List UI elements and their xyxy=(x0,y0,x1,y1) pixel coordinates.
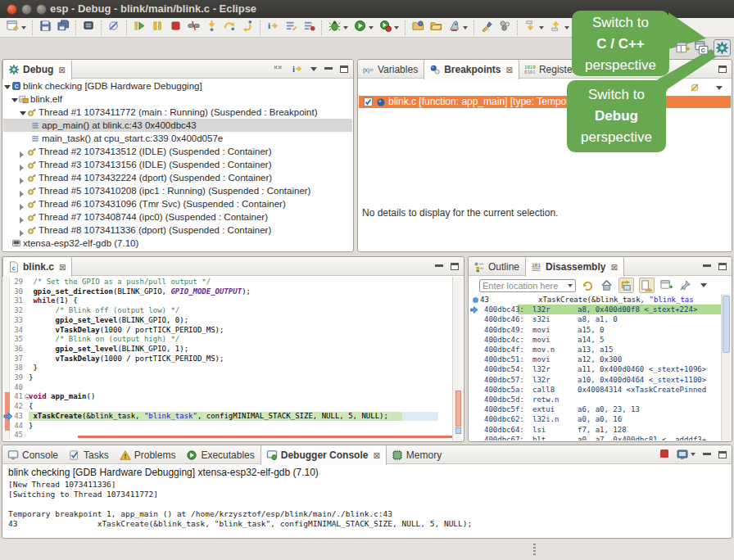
resume-button[interactable] xyxy=(133,20,147,36)
step-return-button[interactable] xyxy=(241,20,255,36)
external-tools-button[interactable] xyxy=(447,20,469,36)
tab-breakpoints[interactable]: Breakpoints⊠ xyxy=(424,60,519,79)
code-editor[interactable]: 29 /* Set the GPIO as a push/pull output… xyxy=(3,277,463,440)
close-icon[interactable]: ⊠ xyxy=(373,451,379,460)
open-perspective-button[interactable] xyxy=(676,41,690,55)
instruction-mode-button[interactable] xyxy=(302,20,316,36)
debug-tree-row[interactable]: xtensa-esp32-elf-gdb (7.10) xyxy=(3,237,352,250)
window-maximize-button[interactable] xyxy=(36,4,47,15)
refresh-button[interactable] xyxy=(581,278,595,292)
view-menu-icon[interactable] xyxy=(700,283,707,287)
combo-dropdown-icon[interactable] xyxy=(568,284,573,287)
minimize-icon[interactable] xyxy=(703,264,711,268)
instruction-stepping-button[interactable]: i xyxy=(292,63,303,75)
next-annotation-button[interactable] xyxy=(523,20,545,36)
tab-problems[interactable]: Problems xyxy=(115,445,182,464)
close-icon[interactable]: ⊠ xyxy=(610,263,617,272)
tab-memory[interactable]: Memory xyxy=(387,445,447,464)
debug-tree-row[interactable]: Thread #6 1073431096 (Tmr Svc) (Suspende… xyxy=(3,197,352,210)
new-wizard-button[interactable] xyxy=(6,20,27,36)
new-project-folder-button[interactable] xyxy=(411,20,425,36)
dropdown-arrow-icon[interactable] xyxy=(394,26,399,29)
sync-selection-button[interactable] xyxy=(618,278,634,293)
debug-tree-row[interactable]: Cblink checking [GDB Hardware Debugging] xyxy=(3,79,352,93)
pin-view-button[interactable] xyxy=(678,278,692,292)
maximize-icon[interactable] xyxy=(718,65,727,73)
debug-perspective-button[interactable] xyxy=(714,39,731,56)
minimize-icon[interactable] xyxy=(324,67,333,70)
maximize-icon[interactable] xyxy=(718,451,727,458)
instruction-step-button[interactable]: i xyxy=(266,20,280,36)
close-icon[interactable]: ⊠ xyxy=(58,65,65,75)
dropdown-arrow-icon[interactable] xyxy=(564,26,569,29)
statusbar-grip[interactable] xyxy=(533,544,536,556)
view-menu-icon[interactable] xyxy=(716,86,723,90)
open-folder-button[interactable] xyxy=(429,20,443,36)
tab-console[interactable]: Console xyxy=(2,445,64,464)
save-all-button[interactable] xyxy=(57,20,70,36)
run-button[interactable] xyxy=(353,20,374,36)
remove-all-terminated-button[interactable] xyxy=(273,63,284,75)
open-element-button[interactable] xyxy=(480,20,494,36)
home-button[interactable] xyxy=(600,278,614,292)
tab-disassembly[interactable]: 101Disassembly⊠ xyxy=(525,257,624,277)
dropdown-arrow-icon[interactable] xyxy=(539,26,544,29)
maximize-icon[interactable] xyxy=(451,263,459,270)
tab-variables[interactable]: (x)=Variables xyxy=(358,60,424,79)
show-lines-button[interactable] xyxy=(284,20,298,36)
debug-tree-row[interactable]: 10blink.elf xyxy=(3,93,352,106)
maximize-icon[interactable] xyxy=(340,65,348,73)
prev-annotation-button[interactable] xyxy=(549,20,570,36)
terminate-console-button[interactable] xyxy=(659,447,669,462)
step-over-button[interactable] xyxy=(223,20,237,36)
disassembly-scrollbar[interactable] xyxy=(721,294,731,440)
new-view-button[interactable] xyxy=(659,278,673,292)
debug-tree-row[interactable]: Thread #7 1073408744 (ipc0) (Suspended :… xyxy=(3,210,352,224)
debug-tree-row[interactable]: Thread #8 1073411336 (dport) (Suspended … xyxy=(3,224,352,237)
tab-debugger-console[interactable]: Debugger Console⊠ xyxy=(261,445,387,465)
console-output[interactable]: blink checking [GDB Hardware Debugging] … xyxy=(3,465,731,537)
view-menu-icon[interactable] xyxy=(310,67,317,71)
tab-blink-c[interactable]: c blink.c ⊠ xyxy=(2,257,72,277)
tab-outline[interactable]: Outline xyxy=(469,257,525,276)
display-console-button[interactable] xyxy=(677,449,695,460)
breakpoint-row[interactable]: blink.c [function: app_main] [type: Temp… xyxy=(359,96,731,108)
disconnect-button[interactable] xyxy=(187,20,201,36)
minimize-icon[interactable] xyxy=(435,264,443,268)
spheres-button[interactable] xyxy=(498,20,512,36)
suspend-button[interactable] xyxy=(151,20,165,36)
window-close-button[interactable] xyxy=(7,4,17,15)
skip-breakpoints-button[interactable] xyxy=(107,20,121,36)
debug-tree-row[interactable]: main_task() at cpu_start.c:339 0x400d057… xyxy=(3,132,352,145)
overview-ruler[interactable] xyxy=(452,277,463,440)
dropdown-arrow-icon[interactable] xyxy=(369,26,374,29)
profile-button[interactable] xyxy=(378,20,400,36)
minimize-icon[interactable] xyxy=(703,453,711,456)
tab-debug[interactable]: Debug ⊠ xyxy=(2,60,72,79)
debug-tree-row[interactable]: Thread #2 1073413512 (IDLE) (Suspended :… xyxy=(3,145,352,158)
maximize-icon[interactable] xyxy=(718,263,727,270)
close-icon[interactable]: ⊠ xyxy=(506,65,513,75)
flash-button[interactable] xyxy=(82,20,96,36)
disassembly-listing[interactable]: 43xTaskCreate(&blink_task, "blink_tas400… xyxy=(469,294,721,440)
show-source-button[interactable] xyxy=(639,278,655,293)
close-icon[interactable]: ⊠ xyxy=(59,263,66,272)
debug-tree-row[interactable]: Thread #5 1073410208 (ipc1 : Running) (S… xyxy=(3,184,352,197)
terminate-button[interactable] xyxy=(169,20,183,36)
window-minimize-button[interactable] xyxy=(21,4,32,15)
cpp-perspective-button[interactable]: C xyxy=(695,41,709,55)
skip-all-breakpoints-button[interactable] xyxy=(690,82,701,93)
dropdown-arrow-icon[interactable] xyxy=(21,26,26,29)
debug-tree-row[interactable]: Thread #3 1073413156 (IDLE) (Suspended :… xyxy=(3,158,352,171)
debug-tree-row[interactable]: app_main() at blink.c:43 0x400dbc43 xyxy=(3,119,352,132)
tab-tasks[interactable]: Tasks xyxy=(64,445,115,464)
save-button[interactable] xyxy=(39,20,52,36)
tab-executables[interactable]: Executables xyxy=(181,445,260,464)
debug-tree-row[interactable]: Thread #4 1073432224 (dport) (Suspended … xyxy=(3,171,352,184)
debug-bug-button[interactable] xyxy=(328,20,349,36)
step-into-button[interactable] xyxy=(205,20,219,36)
breakpoint-checkbox[interactable] xyxy=(364,97,373,106)
dropdown-arrow-icon[interactable] xyxy=(463,26,468,29)
dropdown-arrow-icon[interactable] xyxy=(343,26,348,29)
location-combo[interactable]: Enter location here xyxy=(479,279,576,292)
